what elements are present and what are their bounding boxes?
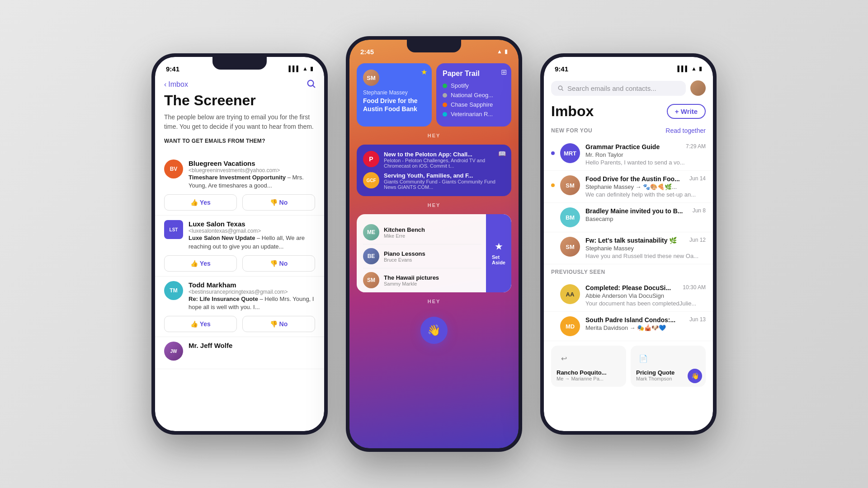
email-time-4: Jun 12 xyxy=(689,237,706,243)
mini-card-pricing[interactable]: 📄 Pricing Quote Mark Thompson 👋 xyxy=(631,346,706,387)
pricing-wave: 👋 xyxy=(688,369,702,383)
email-content-1: Grammar Practice Guide 7:29 AM Mr. Ron T… xyxy=(585,143,706,166)
status-icons-right: ▌▌▌ ▲ ▮ xyxy=(678,66,702,72)
back-chevron: ‹ xyxy=(164,80,166,89)
sender-email-3: <bestinsurancepricingtexas@gmail.com> xyxy=(189,289,315,295)
set-aside-button[interactable]: ★ SetAside xyxy=(486,214,511,292)
card-stephanie[interactable]: ★ SM Stephanie Massey Food Drive for the… xyxy=(357,63,432,127)
sender-email-2: <luxesalontexas@gmail.com> xyxy=(189,228,315,234)
user-avatar[interactable] xyxy=(690,80,706,96)
card-white-group[interactable]: ME Kitchen Bench Mike Erre BE Piano Less… xyxy=(357,214,511,292)
rancho-title: Rancho Poquito... xyxy=(557,369,621,376)
card-paper-trail[interactable]: ⊞ Paper Trail Spotify National Geog... C… xyxy=(436,63,511,127)
email-preview-2: Luxe Salon New Update – Hello all, We ar… xyxy=(189,234,315,250)
email-sender-2: Stephanie Massey → 🐾🎨🍕🌿... xyxy=(585,183,706,190)
screener-buttons-3: 👍 Yes 👎 No xyxy=(164,316,315,332)
no-button-1[interactable]: 👎 No xyxy=(242,194,315,211)
imbox-title: Imbox xyxy=(551,103,594,120)
email-avatar-3: BM xyxy=(560,207,580,227)
email-subject-6: South Padre Island Condos:... xyxy=(585,316,686,324)
mini-card-rancho[interactable]: ↩ Rancho Poquito... Me → Marianne Pa... xyxy=(551,346,626,387)
email-row-5[interactable]: AA Completed: Please DocuSi... 10:30 AM … xyxy=(544,280,713,312)
sender-name-2: Luxe Salon Texas xyxy=(189,220,315,228)
email-row-2[interactable]: SM Food Drive for the Austin Foo... Jun … xyxy=(544,171,713,203)
email-row-4[interactable]: SM Fw: Let's talk sustainability 🌿 Jun 1… xyxy=(544,232,713,264)
email-row-1[interactable]: MRT Grammar Practice Guide 7:29 AM Mr. R… xyxy=(544,139,713,171)
bookmark-icon: ⊞ xyxy=(501,68,507,76)
pt-dot-teal xyxy=(443,112,447,117)
unread-dot-6 xyxy=(551,324,555,328)
email-preview-1: Timeshare Investment Opportunity – Mrs. … xyxy=(189,174,315,190)
wifi-icon-right: ▲ xyxy=(691,66,697,72)
yes-button-2[interactable]: 👍 Yes xyxy=(164,255,237,272)
gcf-sender: Giants Community Fund - Giants Community… xyxy=(384,179,505,190)
left-screen: 9:41 ▌▌▌ ▲ ▮ ‹ Imbox The Screener The pe… xyxy=(155,57,324,431)
back-link[interactable]: ‹ Imbox xyxy=(164,80,315,89)
unread-dot-4 xyxy=(551,245,555,249)
email-preview-4: Have you and Russell tried these new Oa.… xyxy=(585,253,703,259)
sender-info-3: Todd Markham <bestinsurancepricingtexas@… xyxy=(189,281,315,311)
set-aside-star: ★ xyxy=(495,242,502,252)
avatar-bv: BV xyxy=(164,160,183,178)
pt-natgeo: National Geog... xyxy=(443,92,505,99)
email-avatar-4: SM xyxy=(560,237,580,257)
screener-item-3: TM Todd Markham <bestinsurancepricingtex… xyxy=(155,277,324,337)
pt-dot-orange xyxy=(443,103,447,107)
screener-question: WANT TO GET EMAILS FROM THEM? xyxy=(164,138,315,144)
peloton-avatar: P xyxy=(363,151,379,167)
notch-center xyxy=(407,40,461,52)
email-avatar-5: AA xyxy=(560,284,580,304)
right-phone: 9:41 ▌▌▌ ▲ ▮ Search emails and contacts.… xyxy=(540,53,717,435)
sender-info-2: Luxe Salon Texas <luxesalontexas@gmail.c… xyxy=(189,220,315,250)
wc-avatar-me: ME xyxy=(363,224,379,240)
cards-section-1: ★ SM Stephanie Massey Food Drive for the… xyxy=(349,60,519,310)
back-label: Imbox xyxy=(168,80,188,89)
sender-name-3: Todd Markham xyxy=(189,281,315,289)
read-together-button[interactable]: Read together xyxy=(665,127,706,134)
wc-info-kitchen: Kitchen Bench Mike Erre xyxy=(384,226,481,239)
right-screen: 9:41 ▌▌▌ ▲ ▮ Search emails and contacts.… xyxy=(544,57,713,431)
screener-description: The people below are trying to email you… xyxy=(164,113,315,131)
yes-button-1[interactable]: 👍 Yes xyxy=(164,194,237,211)
notch-right xyxy=(601,57,656,70)
email-subject-1: Grammar Practice Guide xyxy=(585,143,682,150)
signal-icon: ▌▌▌ xyxy=(289,66,301,72)
email-subject-3: Bradley Maine invited you to B... xyxy=(585,207,689,215)
sender-name-1: Bluegreen Vacations xyxy=(189,160,315,167)
svg-line-1 xyxy=(313,85,315,87)
email-time-2: Jun 14 xyxy=(689,175,706,182)
hey-label-2: HEY xyxy=(357,201,511,210)
write-button[interactable]: + Write xyxy=(667,104,706,119)
search-button[interactable] xyxy=(306,79,316,90)
pt-dot-green xyxy=(443,84,447,88)
email-row-6[interactable]: MD South Padre Island Condos:... Jun 13 … xyxy=(544,312,713,341)
email-row-3[interactable]: BM Bradley Maine invited you to B... Jun… xyxy=(544,203,713,232)
no-button-3[interactable]: 👎 No xyxy=(242,316,315,332)
peloton-subject: New to the Peloton App: Chall... xyxy=(384,151,505,158)
wave-button[interactable]: 👋 xyxy=(420,317,448,344)
sender-info-1: Bluegreen Vacations <bluegreeninvestment… xyxy=(189,160,315,190)
card-row-1: ★ SM Stephanie Massey Food Drive for the… xyxy=(357,63,511,127)
wc-sender-piano: Bruce Evans xyxy=(384,257,481,263)
status-time-left: 9:41 xyxy=(166,65,179,73)
email-content-6: South Padre Island Condos:... Jun 13 Mer… xyxy=(585,316,706,332)
status-time-center: 2:45 xyxy=(360,48,374,56)
email-preview-3: Re: Life Insurance Quote – Hello Mrs. Yo… xyxy=(189,295,315,311)
set-aside-label: SetAside xyxy=(492,254,505,265)
left-phone: 9:41 ▌▌▌ ▲ ▮ ‹ Imbox The Screener The pe… xyxy=(151,53,328,435)
email-time-1: 7:29 AM xyxy=(686,143,706,150)
card-peloton-gcf[interactable]: 📖 P New to the Peloton App: Chall... Pel… xyxy=(357,145,511,196)
wc-info-piano: Piano Lessons Bruce Evans xyxy=(384,250,481,263)
no-button-2[interactable]: 👎 No xyxy=(242,255,315,272)
search-placeholder: Search emails and contacts... xyxy=(567,84,656,92)
yes-button-3[interactable]: 👍 Yes xyxy=(164,316,237,332)
wc-info-hawaii: The Hawaii pictures Sammy Markle xyxy=(384,274,481,286)
pt-label-2: National Geog... xyxy=(451,92,493,99)
search-input-area[interactable]: Search emails and contacts... xyxy=(551,81,686,96)
search-bar: Search emails and contacts... xyxy=(544,77,713,99)
email-avatar-6: MD xyxy=(560,316,580,336)
status-time-right: 9:41 xyxy=(555,65,568,73)
avatar-tm: TM xyxy=(164,281,183,300)
peloton-sender: Peloton - Peloton Challenges, Android TV… xyxy=(384,158,505,169)
avatar-lst: LST xyxy=(164,220,183,239)
